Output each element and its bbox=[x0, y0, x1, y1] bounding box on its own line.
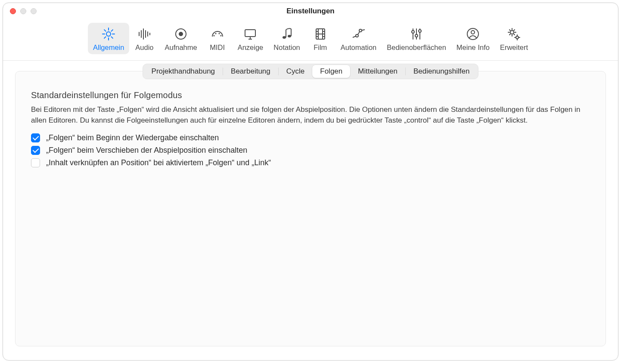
svg-point-47 bbox=[510, 31, 514, 34]
record-icon bbox=[173, 25, 189, 43]
sliders-icon bbox=[409, 25, 424, 43]
notes-icon bbox=[279, 25, 295, 43]
toolbar-tab-film[interactable]: Film bbox=[305, 23, 335, 54]
svg-point-27 bbox=[288, 35, 291, 37]
toolbar-tab-display[interactable]: Anzeige bbox=[233, 23, 269, 54]
gear-icon bbox=[101, 25, 116, 43]
sub-tab-editing[interactable]: Bearbeitung bbox=[223, 65, 278, 78]
svg-line-6 bbox=[112, 37, 113, 38]
svg-point-25 bbox=[283, 36, 286, 39]
toolbar-tab-label: MIDI bbox=[210, 43, 225, 52]
sub-tab-accessibility[interactable]: Bedienungshilfen bbox=[406, 65, 477, 78]
svg-line-55 bbox=[509, 34, 510, 35]
person-circle-icon bbox=[465, 25, 481, 43]
svg-point-43 bbox=[415, 34, 418, 37]
sub-tab-project-handling[interactable]: Projekthandhabung bbox=[144, 65, 223, 78]
svg-point-38 bbox=[359, 29, 362, 32]
midi-icon bbox=[210, 25, 225, 43]
svg-rect-22 bbox=[245, 30, 255, 37]
minimize-window-button[interactable] bbox=[20, 8, 26, 14]
toolbar-tab-label: Bedienoberflächen bbox=[387, 43, 446, 52]
toolbar-tab-advanced[interactable]: Erweitert bbox=[495, 23, 533, 54]
sub-tabs: Projekthandhabung Bearbeitung Cycle Folg… bbox=[143, 64, 479, 79]
svg-line-8 bbox=[104, 37, 106, 38]
toolbar-tab-label: Notation bbox=[273, 43, 300, 52]
content-pane: Projekthandhabung Bearbeitung Cycle Folg… bbox=[15, 71, 606, 346]
svg-point-18 bbox=[215, 33, 216, 34]
toolbar-tab-label: Anzeige bbox=[238, 43, 264, 52]
svg-point-37 bbox=[356, 34, 358, 37]
toolbar-tab-general[interactable]: Allgemein bbox=[88, 23, 129, 54]
checkbox-content-link[interactable] bbox=[31, 158, 40, 167]
toolbar-tab-label: Aufnahme bbox=[165, 43, 197, 52]
sub-tab-cycle[interactable]: Cycle bbox=[279, 65, 313, 78]
svg-point-16 bbox=[179, 32, 183, 36]
toolbar-tab-midi[interactable]: MIDI bbox=[202, 23, 233, 54]
window-controls bbox=[10, 8, 37, 14]
toolbar-tab-record[interactable]: Aufnahme bbox=[159, 23, 202, 54]
toolbar-tab-label: Film bbox=[314, 43, 327, 52]
toolbar-tab-audio[interactable]: Audio bbox=[129, 23, 159, 54]
option-row: „Inhalt verknüpfen an Position“ bei akti… bbox=[31, 158, 590, 167]
zoom-window-button[interactable] bbox=[31, 8, 37, 14]
toolbar-tab-label: Meine Info bbox=[456, 43, 490, 52]
svg-line-53 bbox=[514, 34, 515, 35]
svg-line-52 bbox=[509, 30, 510, 31]
svg-line-5 bbox=[104, 30, 106, 31]
toolbar-tab-label: Automation bbox=[341, 43, 376, 52]
sub-tab-catch[interactable]: Folgen bbox=[312, 65, 350, 78]
sub-tab-notifications[interactable]: Mitteilungen bbox=[350, 65, 405, 78]
checkbox-catch-on-move[interactable] bbox=[31, 146, 40, 155]
option-row: „Folgen“ beim Beginn der Wiedergabe eins… bbox=[31, 133, 590, 142]
checkbox-label: „Inhalt verknüpfen an Position“ bei akti… bbox=[46, 158, 271, 167]
toolbar-tab-automation[interactable]: Automation bbox=[335, 23, 382, 54]
toolbar-tab-my-info[interactable]: Meine Info bbox=[451, 23, 495, 54]
waveform-icon bbox=[137, 25, 152, 43]
svg-line-7 bbox=[112, 30, 113, 31]
toolbar-tab-label: Audio bbox=[135, 43, 153, 52]
window-title: Einstellungen bbox=[286, 7, 334, 15]
preferences-toolbar: Allgemein Audio Aufnahme MIDI Anzeige bbox=[3, 19, 618, 61]
close-window-button[interactable] bbox=[10, 8, 16, 14]
toolbar-tab-label: Erweitert bbox=[500, 43, 528, 52]
gears-icon bbox=[506, 25, 522, 43]
svg-point-56 bbox=[516, 36, 519, 39]
svg-point-19 bbox=[218, 33, 220, 34]
checkbox-label: „Folgen“ beim Verschieben der Abspielpos… bbox=[46, 146, 247, 155]
toolbar-tab-label: Allgemein bbox=[93, 43, 124, 52]
display-icon bbox=[242, 25, 258, 43]
svg-line-54 bbox=[514, 30, 515, 31]
film-icon bbox=[313, 25, 328, 43]
svg-point-44 bbox=[419, 30, 421, 32]
svg-point-46 bbox=[471, 31, 475, 34]
svg-point-42 bbox=[412, 31, 414, 33]
checkbox-label: „Folgen“ beim Beginn der Wiedergabe eins… bbox=[46, 133, 219, 142]
toolbar-tab-notation[interactable]: Notation bbox=[268, 23, 305, 54]
section-description: Bei Editoren mit der Taste „Folgen“ wird… bbox=[31, 105, 590, 126]
section-heading: Standardeinstellungen für Folgemodus bbox=[31, 90, 590, 100]
svg-point-20 bbox=[220, 35, 221, 36]
svg-point-0 bbox=[106, 32, 111, 36]
checkbox-catch-on-play[interactable] bbox=[31, 133, 40, 142]
option-row: „Folgen“ beim Verschieben der Abspielpos… bbox=[31, 146, 590, 155]
toolbar-tab-control-surfaces[interactable]: Bedienoberflächen bbox=[382, 23, 451, 54]
preferences-window: Einstellungen Allgemein Audio Aufnahme bbox=[3, 3, 618, 361]
titlebar: Einstellungen bbox=[3, 3, 618, 19]
svg-point-17 bbox=[213, 35, 214, 36]
automation-icon bbox=[351, 25, 366, 43]
